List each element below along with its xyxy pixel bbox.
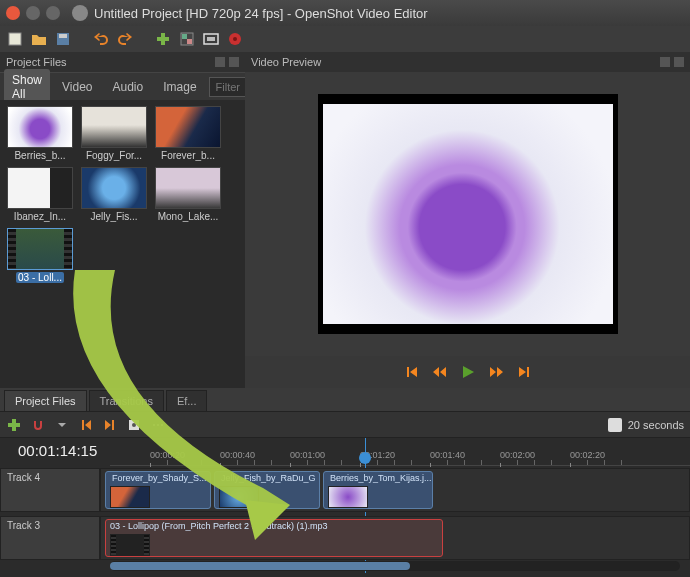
- video-preview-header: Video Preview: [245, 52, 690, 72]
- filter-bar: Show All Video Audio Image: [0, 72, 245, 100]
- file-thumb: [7, 167, 73, 209]
- panel-close-icon[interactable]: [229, 57, 239, 67]
- zoom-label: 20 seconds: [628, 419, 684, 431]
- file-label: Jelly_Fis...: [90, 211, 137, 222]
- bottom-tabs: Project Files Transitions Ef...: [0, 388, 690, 412]
- center-playhead-icon[interactable]: [126, 417, 142, 433]
- file-label: Mono_Lake...: [158, 211, 219, 222]
- new-project-icon[interactable]: [6, 30, 24, 48]
- clip-lollipop[interactable]: 03 - Lollipop (From_Pitch Perfect 2 ound…: [105, 519, 443, 557]
- marker-next-icon[interactable]: [102, 417, 118, 433]
- profile-icon[interactable]: [178, 30, 196, 48]
- tab-transitions[interactable]: Transitions: [89, 390, 164, 411]
- main-toolbar: [0, 26, 690, 52]
- snap-icon[interactable]: [30, 417, 46, 433]
- clip-berries[interactable]: Berries_by_Tom_Kijas.j...: [323, 471, 433, 509]
- add-track-icon[interactable]: [6, 417, 22, 433]
- panel-close-icon[interactable]: [674, 57, 684, 67]
- svg-rect-4: [157, 37, 169, 41]
- svg-rect-0: [9, 33, 21, 45]
- filter-video[interactable]: Video: [54, 76, 100, 98]
- window-minimize-button[interactable]: [26, 6, 40, 20]
- clip-thumb: [110, 534, 150, 556]
- clip-jellyfish[interactable]: Jelly_Fish_by_RaDu_G: [214, 471, 320, 509]
- timecode: 00:01:14:15: [18, 442, 97, 459]
- file-label: Forever_b...: [161, 150, 215, 161]
- svg-point-11: [233, 37, 237, 41]
- undo-icon[interactable]: [92, 30, 110, 48]
- timeline[interactable]: 00:01:14:15 00:00:2000:00:4000:01:0000:0…: [0, 438, 690, 573]
- filter-audio[interactable]: Audio: [105, 76, 152, 98]
- preview-image: [323, 104, 613, 324]
- clip-thumb: [110, 486, 150, 508]
- clip-forever[interactable]: Forever_by_Shady_S...: [105, 471, 211, 509]
- project-files-title: Project Files: [6, 56, 67, 68]
- file-thumb: [81, 106, 147, 148]
- fullscreen-icon[interactable]: [202, 30, 220, 48]
- window-maximize-button[interactable]: [46, 6, 60, 20]
- marker-prev-icon[interactable]: [78, 417, 94, 433]
- razor-dropdown-icon[interactable]: [54, 417, 70, 433]
- file-thumb: [155, 167, 221, 209]
- track-header-4[interactable]: Track 4: [0, 468, 100, 512]
- import-files-icon[interactable]: [154, 30, 172, 48]
- app-icon: [72, 5, 88, 21]
- file-item[interactable]: Forever_b...: [154, 106, 222, 161]
- file-thumb: [81, 167, 147, 209]
- file-item[interactable]: Ibanez_In...: [6, 167, 74, 222]
- ruler-tick: 00:01:40: [430, 450, 465, 460]
- file-item[interactable]: Jelly_Fis...: [80, 167, 148, 222]
- file-label: Ibanez_In...: [14, 211, 66, 222]
- svg-rect-9: [207, 37, 215, 41]
- file-item[interactable]: Berries_b...: [6, 106, 74, 161]
- panel-float-icon[interactable]: [215, 57, 225, 67]
- timeline-dropdown-icon[interactable]: ⋯: [150, 417, 166, 433]
- file-item[interactable]: 03 - Loll...: [6, 228, 74, 283]
- timeline-ruler[interactable]: 00:00:2000:00:4000:01:0000:01:2000:01:40…: [110, 438, 690, 466]
- video-preview-panel: Video Preview: [245, 52, 690, 388]
- file-item[interactable]: Foggy_For...: [80, 106, 148, 161]
- jump-start-icon[interactable]: [403, 363, 421, 381]
- project-files-panel: Project Files Show All Video Audio Image…: [0, 52, 245, 388]
- open-project-icon[interactable]: [30, 30, 48, 48]
- clip-thumb: [328, 486, 368, 508]
- fast-forward-icon[interactable]: [487, 363, 505, 381]
- svg-rect-7: [187, 39, 192, 44]
- timeline-scrollbar-thumb[interactable]: [110, 562, 410, 570]
- video-preview-title: Video Preview: [251, 56, 321, 68]
- svg-rect-2: [59, 34, 67, 38]
- timeline-scrollbar[interactable]: [110, 561, 680, 571]
- preview-viewport[interactable]: [245, 72, 690, 356]
- file-label: Foggy_For...: [86, 150, 142, 161]
- ruler-tick: 00:00:20: [150, 450, 185, 460]
- files-grid[interactable]: Berries_b...Foggy_For...Forever_b...Iban…: [0, 100, 245, 388]
- svg-rect-13: [8, 423, 20, 427]
- ruler-tick: 00:00:40: [220, 450, 255, 460]
- file-label: Berries_b...: [14, 150, 65, 161]
- zoom-slider-icon[interactable]: [608, 418, 622, 432]
- panel-float-icon[interactable]: [660, 57, 670, 67]
- file-label: 03 - Loll...: [16, 272, 64, 283]
- track-header-3[interactable]: Track 3: [0, 516, 100, 560]
- file-item[interactable]: Mono_Lake...: [154, 167, 222, 222]
- track-lane-3[interactable]: 03 - Lollipop (From_Pitch Perfect 2 ound…: [100, 516, 690, 560]
- tab-project-files[interactable]: Project Files: [4, 390, 87, 411]
- svg-rect-6: [182, 34, 187, 39]
- window-title: Untitled Project [HD 720p 24 fps] - Open…: [94, 6, 428, 21]
- play-icon[interactable]: [459, 363, 477, 381]
- filter-image[interactable]: Image: [155, 76, 204, 98]
- export-icon[interactable]: [226, 30, 244, 48]
- timeline-toolbar: ⋯ 20 seconds: [0, 412, 690, 438]
- rewind-icon[interactable]: [431, 363, 449, 381]
- file-thumb: [7, 106, 73, 148]
- file-thumb: [7, 228, 73, 270]
- jump-end-icon[interactable]: [515, 363, 533, 381]
- transport-controls: [245, 356, 690, 388]
- save-project-icon[interactable]: [54, 30, 72, 48]
- track-lane-4[interactable]: Forever_by_Shady_S... Jelly_Fish_by_RaDu…: [100, 468, 690, 512]
- redo-icon[interactable]: [116, 30, 134, 48]
- window-close-button[interactable]: [6, 6, 20, 20]
- ruler-tick: 00:02:20: [570, 450, 605, 460]
- ruler-tick: 00:01:00: [290, 450, 325, 460]
- tab-effects[interactable]: Ef...: [166, 390, 208, 411]
